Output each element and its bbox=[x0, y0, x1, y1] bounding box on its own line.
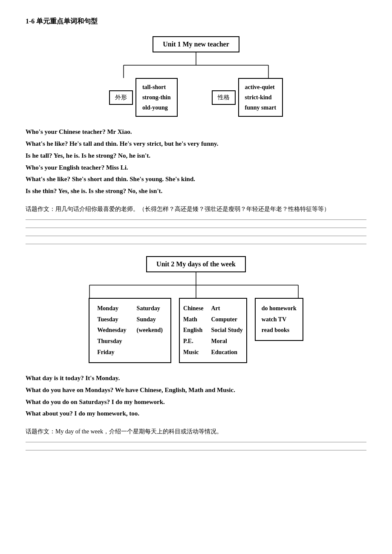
unit2-sentence-4: What about you? I do my homework, too. bbox=[26, 408, 366, 420]
divider-6 bbox=[26, 450, 366, 450]
day-saturday: Saturday bbox=[137, 303, 163, 314]
day-thursday: Thursday bbox=[97, 336, 126, 347]
unit1-sentence-5: What's she like? She's short and thin. S… bbox=[26, 173, 366, 185]
unit1-heading-box: Unit 1 My new teacher bbox=[153, 36, 239, 52]
day-friday: Friday bbox=[97, 347, 126, 358]
unit2-days-box: Monday Tuesday Wednesday Thursday Friday… bbox=[89, 298, 171, 363]
unit1-left-vocab: tall-short strong-thin old-young bbox=[135, 78, 178, 117]
divider-1 bbox=[26, 219, 366, 220]
subjects-col1: Chinese Math English P.E. Music bbox=[183, 303, 203, 358]
unit1-connector-svg bbox=[68, 52, 324, 78]
unit1-sentence-6: Is she thin? Yes, she is. Is she strong?… bbox=[26, 185, 366, 197]
unit1-right-vocab: active-quiet strict-kind funny smart bbox=[238, 78, 283, 117]
unit1-sentence-1: Who's your Chinese teacher? Mr Xiao. bbox=[26, 126, 366, 138]
day-monday: Monday bbox=[97, 303, 126, 314]
unit2-sentence-1: What day is it today? It's Monday. bbox=[26, 372, 366, 384]
day-weekend: (weekend) bbox=[137, 325, 163, 336]
unit2-connector-svg bbox=[47, 272, 345, 298]
divider-4 bbox=[26, 244, 366, 244]
unit1-sentences: Who's your Chinese teacher? Mr Xiao. Wha… bbox=[26, 126, 366, 197]
unit1-sentence-2: What's he like? He's tall and thin. He's… bbox=[26, 138, 366, 150]
unit2-topic: 话题作文：My day of the week，介绍一个星期每天上的科目或活动等… bbox=[26, 427, 366, 437]
days-col2: Saturday Sunday (weekend) bbox=[137, 303, 163, 358]
unit1-diagram: Unit 1 My new teacher 外形 tall-short stro… bbox=[26, 36, 366, 117]
unit1-left-label: 外形 bbox=[109, 90, 133, 105]
unit2-heading-box: Unit 2 My days of the week bbox=[146, 256, 246, 272]
subjects-col2: Art Computer Social Study Moral Educatio… bbox=[211, 303, 242, 358]
unit2-diagram: Unit 2 My days of the week Monday Tuesda… bbox=[26, 256, 366, 363]
unit2-sentences: What day is it today? It's Monday. What … bbox=[26, 372, 366, 420]
unit2-sentence-3: What do you do on Saturdays? I do my hom… bbox=[26, 396, 366, 408]
days-col1: Monday Tuesday Wednesday Thursday Friday bbox=[97, 303, 126, 358]
unit2-subjects-box: Chinese Math English P.E. Music Art Comp… bbox=[179, 298, 247, 363]
unit1-topic: 话题作文：用几句话介绍你最喜爱的老师。（长得怎样？高还是矮？强壮还是瘦弱？年轻还… bbox=[26, 204, 366, 214]
unit2-activities-box: do homework watch TV read books bbox=[255, 298, 303, 341]
unit1-sentence-3: Is he tall? Yes, he is. Is he strong? No… bbox=[26, 150, 366, 162]
unit2-sentence-2: What do you have on Mondays? We have Chi… bbox=[26, 384, 366, 396]
unit1-sentence-4: Who's your English teacher? Miss Li. bbox=[26, 162, 366, 174]
day-tuesday: Tuesday bbox=[97, 314, 126, 325]
divider-5 bbox=[26, 442, 366, 442]
day-wednesday: Wednesday bbox=[97, 325, 126, 336]
unit1-right-label: 性格 bbox=[212, 90, 236, 105]
divider-3 bbox=[26, 236, 366, 236]
page-title: 1-6 单元重点单词和句型 bbox=[26, 17, 366, 26]
day-sunday: Sunday bbox=[137, 314, 163, 325]
divider-2 bbox=[26, 228, 366, 228]
unit2-section: Unit 2 My days of the week Monday Tuesda… bbox=[26, 256, 366, 450]
unit1-section: Unit 1 My new teacher 外形 tall-short stro… bbox=[26, 36, 366, 244]
